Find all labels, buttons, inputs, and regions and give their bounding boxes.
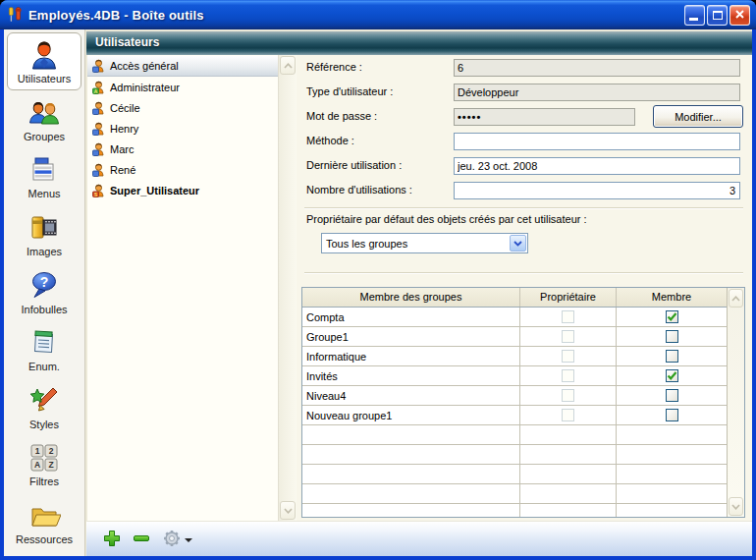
sidebar-item-label: Utilisateurs [18,73,71,84]
plus-icon [102,529,122,550]
sidebar-item-enum[interactable]: Enum. [7,320,81,378]
group-row-groupe1[interactable]: Groupe1 [302,327,727,347]
group-row-niveau4[interactable]: Niveau4 [302,386,727,406]
maximize-button[interactable] [707,5,728,26]
proprietaire-cell [520,425,617,444]
actions-menu-button[interactable] [159,530,194,549]
sidebar-item-styles[interactable]: Styles [7,377,81,435]
sidebar-item-label: Images [27,246,62,257]
user-list: Accès généralAAdministrateurCécileHenryM… [87,55,297,521]
groups-table-scrollbar[interactable] [727,288,744,517]
bottom-toolbar [86,521,752,556]
caret-down-icon [185,538,192,542]
proprietaire-checkbox[interactable] [562,409,574,421]
svg-text:A: A [34,460,40,470]
section-header: Utilisateurs [86,31,752,55]
proprietaire-checkbox[interactable] [562,310,574,323]
sidebar-item-menus[interactable]: Menus [7,147,81,205]
user-name: Marc [110,143,134,155]
membre-checkbox[interactable] [666,350,678,363]
group-row-nouveau-groupe1[interactable]: Nouveau groupe1 [302,406,727,425]
membre-checkbox[interactable] [666,409,678,421]
chevron-down-icon [510,235,526,252]
membre-cell [617,308,727,326]
sidebar-item-images[interactable]: Images [7,205,81,263]
proprietaire-checkbox[interactable] [562,330,574,343]
membre-checkbox[interactable] [666,369,678,382]
field-row-method: Méthode : [306,133,740,152]
groups-icon [27,95,61,131]
sidebar-item-infobulles[interactable]: ?Infobulles [7,262,81,320]
password-input[interactable] [454,108,635,126]
proprietaire-checkbox[interactable] [562,369,574,382]
enumeration-icon [27,325,61,361]
sidebar-item-groupes[interactable]: Groupes [7,90,81,148]
sidebar-item-label: Groupes [24,131,65,142]
user-list-item-administrateur[interactable]: AAdministrateur [87,77,278,97]
user-list-item-rene[interactable]: René [87,159,278,180]
proprietaire-checkbox[interactable] [562,350,574,363]
window-controls [684,5,750,26]
proprietaire-cell [520,465,617,483]
user-list-item-henry[interactable]: Henry [87,118,278,139]
membre-cell [617,386,727,405]
proprietaire-cell [520,347,617,365]
group-name: Informatique [306,351,366,363]
maximize-icon [713,11,723,20]
use-count-input[interactable] [454,182,740,199]
membre-cell [617,406,727,424]
images-icon [27,210,61,246]
group-row-informatique[interactable]: Informatique [302,347,727,366]
filters-icon: 12AZ [27,440,61,476]
owner-section-label: Propriétaire par défaut des objets créés… [306,213,587,225]
group-name: Invités [306,370,338,382]
group-name-cell: Nouveau groupe1 [302,406,520,424]
add-user-button[interactable] [102,530,122,549]
group-row-empty [302,465,727,484]
group-name: Compta [306,311,345,323]
group-row-compta[interactable]: Compta [302,308,727,327]
user-name: Accès général [110,60,179,72]
group-name-cell: Niveau4 [302,386,520,405]
group-name-cell [302,445,520,464]
close-button[interactable] [729,5,750,26]
sidebar-item-utilisateurs[interactable]: Utilisateurs [7,32,81,90]
owner-combobox-value: Tous les groupes [322,238,509,250]
users-icon [27,37,61,73]
sidebar-item-ressources[interactable]: Ressources [7,493,81,551]
membre-checkbox[interactable] [666,310,678,323]
user-name: Administrateur [110,82,180,93]
scroll-up-button[interactable] [729,289,743,308]
group-row-invites[interactable]: Invités [302,366,727,386]
window-title: Employés.4DB - Boîte outils [28,8,204,23]
user-type-input[interactable] [454,84,740,101]
membre-checkbox[interactable] [666,330,678,343]
user-list-item-super-utilisateur[interactable]: SSuper_Utilisateur [87,180,278,200]
modify-password-button[interactable]: Modifier... [653,105,743,128]
sidebar-item-label: Styles [29,419,59,430]
remove-user-button[interactable] [132,530,151,549]
user-list-item-marc[interactable]: Marc [87,139,278,159]
scroll-down-button[interactable] [729,497,743,516]
scroll-up-button[interactable] [280,56,296,75]
divider [304,207,743,209]
user-detail-panel: Référence : Type d'utilisateur : Mot de … [297,55,752,521]
membre-cell [617,425,727,444]
proprietaire-checkbox[interactable] [562,389,574,402]
group-name-cell: Groupe1 [302,327,520,346]
user-name: Henry [110,123,138,135]
owner-combobox[interactable]: Tous les groupes [321,233,528,253]
user-list-scrollbar[interactable] [278,55,297,521]
membre-checkbox[interactable] [666,389,678,402]
reference-input[interactable] [454,59,740,77]
last-use-input[interactable] [454,157,740,175]
user-name: Super_Utilisateur [110,185,199,196]
user-icon [92,59,105,73]
last-use-label: Dernière utilisation : [306,159,402,171]
scroll-down-button[interactable] [280,501,296,520]
user-list-item-acces-general[interactable]: Accès général [87,56,278,77]
minimize-button[interactable] [684,5,705,26]
method-input[interactable] [454,133,740,150]
user-list-item-cecile[interactable]: Cécile [87,97,278,118]
sidebar-item-filtres[interactable]: 12AZFiltres [7,435,81,493]
